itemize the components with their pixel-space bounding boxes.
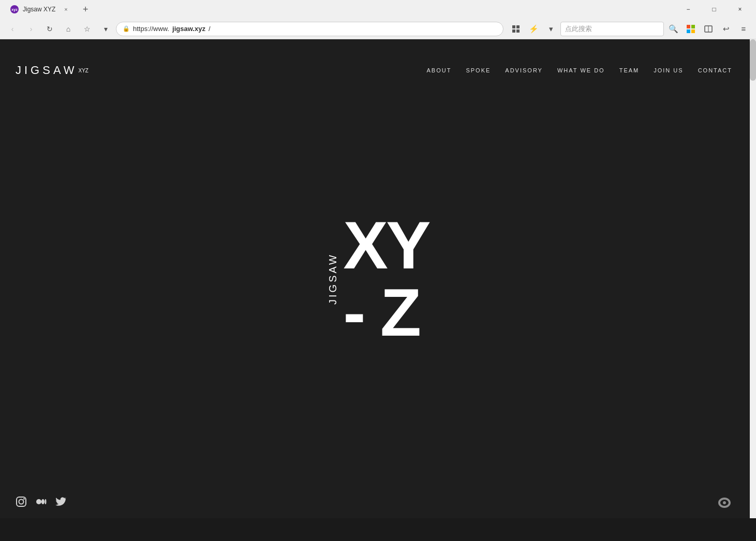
performance-button[interactable]: ⚡ — [525, 21, 542, 37]
search-button[interactable]: 🔍 — [665, 21, 681, 37]
hero-line1: XY — [343, 212, 428, 279]
medium-icon[interactable] — [35, 496, 47, 510]
svg-point-13 — [36, 499, 41, 504]
hero-xyz-large: XY - Z — [343, 212, 428, 346]
maximize-button[interactable]: □ — [702, 0, 726, 19]
site-hero: JIGSAW XY - Z — [0, 39, 756, 518]
tab-favicon: xyz — [10, 5, 19, 13]
hero-logo: JIGSAW XY - Z — [327, 212, 428, 346]
search-placeholder: 点此搜索 — [565, 25, 592, 33]
nav-contact[interactable]: CONTACT — [698, 67, 732, 73]
address-domain: jigsaw.xyz — [172, 25, 205, 33]
close-button[interactable]: × — [728, 0, 752, 19]
logo-text: JIGSAW — [16, 64, 78, 77]
menu-button[interactable]: ≡ — [735, 21, 752, 37]
svg-rect-5 — [691, 25, 695, 28]
hero-vertical-text: JIGSAW — [327, 253, 339, 305]
address-input[interactable]: 🔒 https://www.jigsaw.xyz/ — [116, 22, 503, 36]
favorites-button[interactable]: ☆ — [79, 21, 95, 37]
hero-line2: - Z — [343, 279, 419, 346]
wistia-icon[interactable] — [717, 497, 732, 509]
svg-point-11 — [19, 499, 24, 504]
svg-point-15 — [45, 499, 47, 504]
minimize-button[interactable]: − — [676, 0, 700, 19]
tab-close-button[interactable]: × — [62, 5, 70, 13]
address-bar: ‹ › ↻ ⌂ ☆ ▾ 🔒 https://www.jigsaw.xyz/ ⚡ … — [0, 19, 756, 39]
social-icons — [16, 496, 66, 510]
ms-icon[interactable] — [683, 21, 699, 37]
address-prefix: https://www. — [133, 25, 169, 33]
svg-rect-0 — [512, 25, 515, 28]
site-nav: ABOUT SPOKE ADVISORY WHAT WE DO TEAM JOI… — [427, 67, 733, 73]
logo-superscript: XYZ — [79, 68, 88, 73]
forward-button[interactable]: › — [23, 21, 39, 37]
browser-tab[interactable]: xyz Jigsaw XYZ × — [4, 2, 76, 17]
nav-about[interactable]: ABOUT — [427, 67, 452, 73]
svg-rect-4 — [687, 25, 690, 28]
toolbar-right: ⚡ ▾ 点此搜索 🔍 ↩ ≡ — [508, 21, 752, 37]
website-content: JIGSAWXYZ ABOUT SPOKE ADVISORY WHAT WE D… — [0, 39, 756, 518]
window-controls: − □ × — [676, 0, 752, 19]
svg-rect-1 — [516, 25, 520, 28]
svg-rect-6 — [687, 29, 690, 33]
nav-spoke[interactable]: SPOKE — [466, 67, 491, 73]
nav-team[interactable]: TEAM — [619, 67, 640, 73]
new-tab-button[interactable]: + — [78, 2, 93, 17]
refresh-button[interactable]: ↻ — [41, 21, 58, 37]
favorites-dropdown[interactable]: ▾ — [97, 21, 114, 37]
nav-join-us[interactable]: JOIN US — [654, 67, 683, 73]
title-bar: xyz Jigsaw XYZ × + − □ × — [0, 0, 756, 19]
nav-advisory[interactable]: ADVISORY — [505, 67, 543, 73]
nav-what-we-do[interactable]: WHAT WE DO — [557, 67, 605, 73]
instagram-icon[interactable] — [16, 496, 27, 510]
svg-point-12 — [23, 498, 25, 500]
history-button[interactable]: ↩ — [718, 21, 734, 37]
site-navbar: JIGSAWXYZ ABOUT SPOKE ADVISORY WHAT WE D… — [0, 39, 748, 101]
extensions-button[interactable] — [508, 21, 524, 37]
site-footer — [0, 487, 748, 518]
twitter-icon[interactable] — [55, 496, 66, 510]
search-box[interactable]: 点此搜索 — [560, 22, 664, 36]
reading-mode-button[interactable] — [700, 21, 717, 37]
back-button[interactable]: ‹ — [4, 21, 21, 37]
tab-title: Jigsaw XYZ — [23, 6, 55, 13]
svg-rect-3 — [516, 29, 520, 33]
svg-point-14 — [41, 499, 45, 504]
toolbar-dropdown-button[interactable]: ▾ — [543, 21, 559, 37]
svg-rect-7 — [691, 29, 695, 33]
address-suffix: / — [209, 25, 211, 33]
site-logo[interactable]: JIGSAWXYZ — [16, 64, 88, 77]
home-button[interactable]: ⌂ — [60, 21, 77, 37]
lock-icon: 🔒 — [123, 25, 130, 32]
svg-rect-2 — [512, 29, 515, 33]
hero-vertical-word: JIGSAW — [327, 253, 339, 305]
